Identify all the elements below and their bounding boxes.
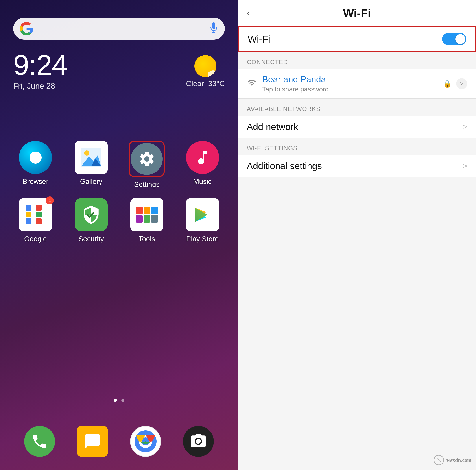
watermark: wsxdn.com bbox=[433, 454, 472, 466]
app-gallery[interactable]: Gallery bbox=[65, 141, 118, 189]
settings-highlight bbox=[129, 141, 165, 177]
additional-settings-chevron: > bbox=[463, 162, 467, 170]
add-network-label: Add network bbox=[247, 122, 298, 132]
browser-icon bbox=[19, 141, 52, 174]
search-bar[interactable] bbox=[13, 17, 225, 40]
playstore-label: Play Store bbox=[186, 235, 219, 243]
network-name: Bear and Panda bbox=[262, 74, 443, 84]
google-icon: 1 bbox=[19, 198, 52, 231]
network-info: Bear and Panda Tap to share password bbox=[262, 74, 443, 93]
wifi-toggle-row[interactable]: Wi-Fi bbox=[238, 26, 476, 52]
settings-label: Settings bbox=[134, 180, 160, 189]
app-google[interactable]: 1 Google bbox=[9, 198, 62, 243]
available-section-label: AVAILABLE NETWORKS bbox=[238, 99, 476, 116]
tools-label: Tools bbox=[139, 235, 155, 243]
add-network-row[interactable]: Add network > bbox=[238, 116, 476, 138]
wifi-label: Wi-Fi bbox=[248, 34, 270, 45]
wifi-title: Wi-Fi bbox=[343, 7, 371, 20]
gallery-icon bbox=[75, 141, 108, 174]
weather-widget: Clear 33°C bbox=[186, 55, 225, 88]
time-weather-widget: 9:24 Fri, June 28 Clear 33°C bbox=[0, 51, 238, 91]
svg-point-5 bbox=[84, 150, 89, 156]
dock-chrome[interactable] bbox=[130, 426, 161, 457]
gallery-label: Gallery bbox=[80, 177, 102, 186]
notification-badge: 1 bbox=[46, 196, 54, 204]
security-icon bbox=[75, 198, 108, 231]
connected-section-label: CONNECTED bbox=[238, 52, 476, 69]
wifi-header: ‹ Wi-Fi bbox=[238, 0, 476, 26]
wifi-settings-panel: ‹ Wi-Fi Wi-Fi CONNECTED Bear and Panda T… bbox=[238, 0, 476, 470]
dock-messages[interactable] bbox=[77, 426, 108, 457]
additional-settings-row[interactable]: Additional settings > bbox=[238, 155, 476, 177]
toggle-knob bbox=[455, 34, 465, 44]
weather-info: Clear 33°C bbox=[186, 79, 225, 88]
dot-1 bbox=[114, 399, 117, 402]
google-label: Google bbox=[24, 235, 47, 243]
add-network-chevron: > bbox=[463, 123, 467, 131]
settings-icon bbox=[131, 143, 163, 175]
dock bbox=[0, 426, 238, 457]
camera-icon bbox=[183, 426, 214, 457]
svg-rect-0 bbox=[212, 22, 215, 29]
music-label: Music bbox=[193, 177, 212, 186]
wifi-settings-section-label: WI-FI SETTINGS bbox=[238, 138, 476, 155]
app-settings[interactable]: Settings bbox=[120, 141, 174, 189]
page-indicator bbox=[0, 399, 238, 402]
app-playstore[interactable]: Play Store bbox=[176, 198, 229, 243]
back-button[interactable]: ‹ bbox=[247, 8, 250, 18]
google-logo bbox=[20, 22, 33, 35]
app-grid-row2: 1 Google Security bbox=[0, 198, 238, 243]
network-chevron[interactable]: > bbox=[456, 78, 467, 89]
svg-marker-8 bbox=[195, 208, 207, 222]
mic-icon[interactable] bbox=[209, 22, 218, 35]
wifi-toggle[interactable] bbox=[442, 33, 466, 45]
app-security[interactable]: Security bbox=[65, 198, 118, 243]
music-icon bbox=[186, 141, 219, 174]
dot-2 bbox=[121, 399, 124, 402]
playstore-icon bbox=[186, 198, 219, 231]
chrome-icon bbox=[130, 426, 161, 457]
dock-camera[interactable] bbox=[183, 426, 214, 457]
browser-label: Browser bbox=[23, 177, 49, 186]
date: Fri, June 28 bbox=[13, 82, 67, 91]
home-screen: 9:24 Fri, June 28 Clear 33°C Browser bbox=[0, 0, 238, 470]
wifi-signal-icon bbox=[247, 78, 257, 89]
app-tools[interactable]: Tools bbox=[120, 198, 174, 243]
messages-icon bbox=[77, 426, 108, 457]
app-grid-row1: Browser Gallery bbox=[0, 141, 238, 189]
phone-icon bbox=[24, 426, 55, 457]
svg-point-12 bbox=[196, 439, 201, 444]
app-music[interactable]: Music bbox=[176, 141, 229, 189]
empty-area: wsxdn.com bbox=[238, 177, 476, 470]
lock-icon: 🔒 bbox=[443, 80, 452, 88]
clock: 9:24 bbox=[13, 51, 67, 79]
svg-line-14 bbox=[437, 458, 441, 462]
weather-icon bbox=[194, 55, 216, 77]
tools-icon bbox=[130, 198, 163, 231]
security-label: Security bbox=[78, 235, 104, 243]
connected-network-row[interactable]: Bear and Panda Tap to share password 🔒 > bbox=[238, 69, 476, 99]
network-icons: 🔒 > bbox=[443, 78, 467, 89]
app-browser[interactable]: Browser bbox=[9, 141, 62, 189]
dock-phone[interactable] bbox=[24, 426, 55, 457]
additional-settings-label: Additional settings bbox=[247, 161, 322, 171]
network-subtitle: Tap to share password bbox=[262, 86, 443, 93]
